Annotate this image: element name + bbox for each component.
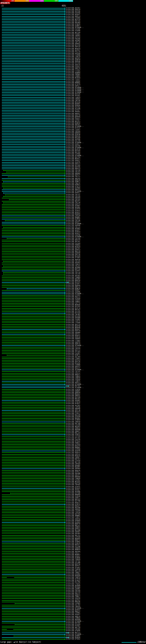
hit-line[interactable] <box>2 579 65 579</box>
hit-line[interactable] <box>2 292 65 292</box>
hit-line[interactable] <box>2 276 65 276</box>
hit-line[interactable] <box>2 620 65 620</box>
hit-line[interactable] <box>2 574 65 574</box>
hit-line[interactable] <box>2 175 65 176</box>
hit-line[interactable] <box>2 138 65 138</box>
hit-line[interactable] <box>2 164 65 164</box>
hit-line[interactable] <box>2 498 65 498</box>
hit-line[interactable] <box>2 131 65 132</box>
hit-line[interactable] <box>2 139 65 140</box>
hit-line[interactable] <box>2 130 65 130</box>
hit-line[interactable] <box>2 96 65 96</box>
hit-line[interactable] <box>2 63 65 64</box>
hit-line[interactable] <box>2 626 65 626</box>
hit-line[interactable] <box>2 57 65 57</box>
hit-line[interactable] <box>2 532 65 532</box>
hit-line[interactable] <box>2 295 65 296</box>
hit-line[interactable] <box>2 368 65 368</box>
hit-line[interactable] <box>2 235 65 236</box>
hit-line[interactable] <box>2 350 65 351</box>
hit-line[interactable] <box>2 13 65 13</box>
hit-line[interactable] <box>2 543 65 544</box>
hit-line[interactable] <box>2 348 65 349</box>
hit-line[interactable] <box>2 517 65 518</box>
hit-line[interactable] <box>2 399 65 399</box>
hit-line[interactable] <box>2 282 68 282</box>
hit-line[interactable] <box>2 613 65 614</box>
hit-line[interactable] <box>3 193 65 193</box>
hit-line[interactable] <box>2 492 65 492</box>
hit-line[interactable] <box>2 503 65 503</box>
hit-line[interactable] <box>2 472 65 472</box>
hit-line[interactable] <box>2 208 65 208</box>
hit-line[interactable] <box>2 434 65 435</box>
hit-line[interactable] <box>2 362 65 362</box>
hit-line[interactable] <box>2 91 65 91</box>
hit-line[interactable] <box>3 261 65 262</box>
hit-line[interactable] <box>2 521 65 521</box>
hit-line[interactable] <box>2 467 65 468</box>
hit-line[interactable] <box>2 383 65 383</box>
hit-line[interactable] <box>2 420 65 420</box>
hit-line[interactable] <box>2 190 65 190</box>
hit-line[interactable] <box>2 634 65 635</box>
hit-line[interactable] <box>2 331 65 331</box>
hit-line[interactable] <box>2 336 65 336</box>
hit-line[interactable] <box>2 198 65 198</box>
hit-line[interactable] <box>2 542 65 542</box>
hit-line[interactable] <box>2 371 65 372</box>
hit-line[interactable] <box>2 475 65 476</box>
hit-line[interactable] <box>2 397 65 398</box>
hit-line[interactable] <box>2 303 65 304</box>
hit-line[interactable] <box>2 431 65 432</box>
hit-line[interactable] <box>2 616 65 617</box>
hit-line[interactable] <box>2 112 65 112</box>
hit-line[interactable] <box>2 24 65 25</box>
hit-line[interactable] <box>2 380 65 380</box>
hit-line[interactable] <box>2 474 65 474</box>
hit-line[interactable] <box>2 214 65 214</box>
hit-line[interactable] <box>2 136 65 136</box>
hit-line[interactable] <box>2 264 65 265</box>
hit-line[interactable] <box>2 183 65 184</box>
hit-line[interactable] <box>2 149 65 150</box>
hit-line[interactable] <box>2 438 65 438</box>
hit-line[interactable] <box>2 234 65 234</box>
hit-line[interactable] <box>2 217 65 218</box>
hit-line[interactable] <box>2 37 65 38</box>
hit-line[interactable] <box>2 490 65 490</box>
hit-line[interactable] <box>2 144 65 144</box>
hit-line[interactable] <box>2 414 65 414</box>
hit-line[interactable] <box>2 334 65 334</box>
hit-line[interactable] <box>2 610 65 610</box>
hit-line[interactable] <box>2 118 65 119</box>
hit-line[interactable] <box>2 18 65 18</box>
hit-line[interactable] <box>2 222 65 222</box>
hit-line[interactable] <box>2 232 65 232</box>
hit-line[interactable] <box>2 209 65 210</box>
hit-line[interactable] <box>2 326 65 326</box>
hit-line[interactable] <box>2 534 65 534</box>
hit-line[interactable] <box>2 402 65 402</box>
hit-line[interactable] <box>2 514 65 514</box>
hit-line[interactable] <box>2 337 65 338</box>
hit-line[interactable] <box>3 274 65 274</box>
hit-line[interactable] <box>2 313 65 314</box>
hit-line[interactable] <box>2 99 65 100</box>
hit-line[interactable] <box>2 104 65 104</box>
hit-line[interactable] <box>2 436 65 436</box>
hit-line[interactable] <box>2 409 65 409</box>
hit-line[interactable] <box>3 182 65 182</box>
hit-line[interactable] <box>2 560 65 560</box>
hit-line[interactable] <box>2 168 65 169</box>
hit-line[interactable] <box>3 203 65 203</box>
hit-line[interactable] <box>2 258 65 258</box>
hit-line[interactable] <box>2 28 65 28</box>
hit-line[interactable] <box>2 306 65 307</box>
hit-line[interactable] <box>2 256 65 256</box>
hit-line[interactable] <box>2 74 65 75</box>
hit-line[interactable] <box>2 312 65 312</box>
hit-line[interactable] <box>2 125 65 125</box>
hit-line[interactable] <box>2 114 65 114</box>
hit-line[interactable] <box>3 227 65 228</box>
